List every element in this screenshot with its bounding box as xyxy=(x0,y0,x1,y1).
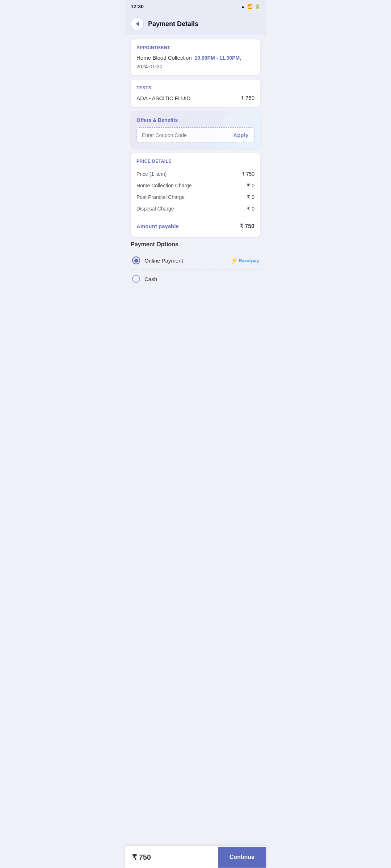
bottom-bar: ₹ 750 Continue xyxy=(125,846,266,868)
price-row-4: Disposal Charge ₹ 0 xyxy=(136,203,255,214)
price-row-3: Post Prandial Charge ₹ 0 xyxy=(136,191,255,203)
signal-icon: 📶 xyxy=(247,4,253,9)
wifi-icon: ▲ xyxy=(241,4,245,9)
appointment-section-label: APPOINTMENT xyxy=(136,45,255,50)
price-row-2: Home Collection Charge ₹ 0 xyxy=(136,180,255,191)
price-row-1: Price (1 item) ₹ 750 xyxy=(136,168,255,180)
test-price: ₹ 750 xyxy=(240,95,255,101)
price-details-section-label: PRICE DETAILS xyxy=(136,159,255,164)
radio-online[interactable] xyxy=(132,256,140,264)
radio-online-inner xyxy=(134,259,138,263)
page-title: Payment Details xyxy=(148,20,198,28)
razorpay-text: Razorpay xyxy=(239,258,259,263)
continue-button[interactable]: Continue xyxy=(218,847,266,868)
amount-label: Amount payable xyxy=(136,223,179,229)
battery-icon: 🔋 xyxy=(255,4,260,9)
payment-option-cash-left: Cash xyxy=(132,275,157,283)
price-value-3: ₹ 0 xyxy=(247,194,255,200)
status-icons: ▲ 📶 🔋 xyxy=(241,4,260,9)
status-time: 12:30 xyxy=(131,4,144,9)
appointment-date: 2024-01-30 xyxy=(136,64,163,69)
appointment-name: Home Blood Collection xyxy=(136,55,192,61)
razorpay-bolt-icon: ⚡ xyxy=(231,257,238,264)
price-value-4: ₹ 0 xyxy=(247,206,255,212)
offers-title: Offers & Benefits xyxy=(136,117,255,123)
test-name: ADA - ASCITIC FLUID xyxy=(136,95,190,101)
status-bar: 12:30 ▲ 📶 🔋 xyxy=(125,0,266,13)
price-details-card: PRICE DETAILS Price (1 item) ₹ 750 Home … xyxy=(131,153,260,237)
payment-option-online-left: Online Payment xyxy=(132,256,183,264)
payment-options-title: Payment Options xyxy=(131,241,260,248)
bottom-price: ₹ 750 xyxy=(125,846,218,868)
payment-option-divider xyxy=(131,269,260,270)
coupon-input[interactable] xyxy=(137,128,227,142)
content: APPOINTMENT Home Blood Collection 10.00P… xyxy=(125,35,266,297)
payment-option-cash-label: Cash xyxy=(144,276,157,282)
offers-card: Offers & Benefits Apply xyxy=(131,111,260,149)
radio-cash[interactable] xyxy=(132,275,140,283)
price-divider xyxy=(136,217,255,217)
header: Payment Details xyxy=(125,13,266,35)
price-label-4: Disposal Charge xyxy=(136,206,174,212)
payment-option-online-label: Online Payment xyxy=(144,258,183,264)
tests-card: TESTS ADA - ASCITIC FLUID ₹ 750 xyxy=(131,80,260,107)
back-button[interactable] xyxy=(131,17,144,30)
price-value-2: ₹ 0 xyxy=(247,183,255,188)
apply-button[interactable]: Apply xyxy=(227,128,254,142)
payment-options-bottom-divider xyxy=(131,288,260,288)
test-row: ADA - ASCITIC FLUID ₹ 750 xyxy=(136,95,255,101)
amount-value: ₹ 750 xyxy=(240,223,255,230)
payment-options-section: Payment Options Online Payment ⚡ Razorpa… xyxy=(131,241,260,293)
razorpay-logo: ⚡ Razorpay xyxy=(231,257,259,264)
appointment-time: 10.00PM - 11.00PM, xyxy=(195,55,241,61)
price-label-1: Price (1 item) xyxy=(136,171,167,177)
appointment-card: APPOINTMENT Home Blood Collection 10.00P… xyxy=(131,39,260,75)
appointment-info: Home Blood Collection 10.00PM - 11.00PM,… xyxy=(136,55,255,69)
amount-payable-row: Amount payable ₹ 750 xyxy=(136,219,255,231)
price-label-2: Home Collection Charge xyxy=(136,183,192,188)
coupon-row: Apply xyxy=(136,127,255,143)
payment-option-online[interactable]: Online Payment ⚡ Razorpay xyxy=(131,253,260,268)
price-value-1: ₹ 750 xyxy=(241,171,255,177)
price-label-3: Post Prandial Charge xyxy=(136,194,185,200)
tests-section-label: TESTS xyxy=(136,85,255,90)
back-arrow-icon xyxy=(136,22,139,26)
payment-option-cash[interactable]: Cash xyxy=(131,271,260,286)
